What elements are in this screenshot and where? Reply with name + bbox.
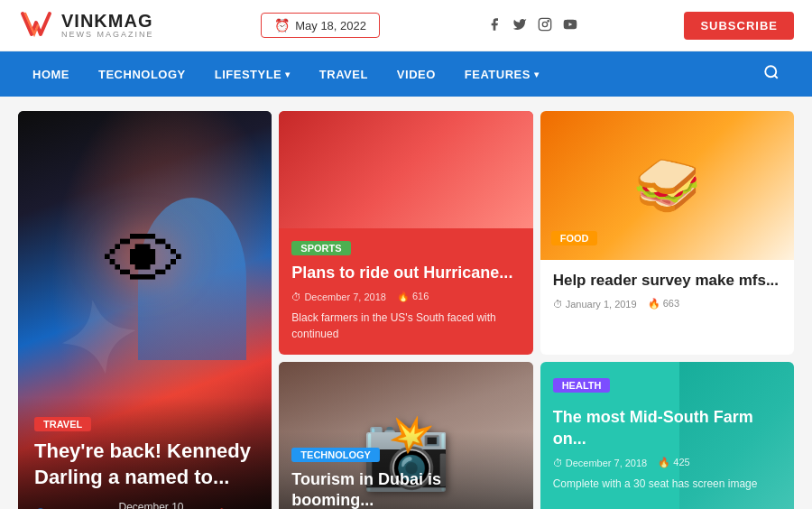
navbar: HOME TECHNOLOGY LIFESTYLE ▾ TRAVEL VIDEO… — [0, 51, 812, 97]
clock-icon-sports: ⏱ — [291, 292, 301, 302]
photo-title: Tourism in Dubai is booming... — [291, 469, 520, 509]
food-date: ⏱ January 1, 2019 — [553, 299, 637, 310]
health-card[interactable]: HEALTH The most Mid-South Farm on... ⏱ D… — [540, 362, 794, 509]
featured-meta: 👤 Vinkmag ⏱ December 10, 2018 🔥 1285 — [34, 501, 255, 509]
sports-card[interactable]: SPORTS Plans to ride out Hurricane... ⏱ … — [279, 111, 532, 355]
svg-point-2 — [548, 20, 549, 21]
featured-date: ⏱ December 10, 2018 — [105, 501, 202, 509]
svg-point-4 — [765, 66, 776, 77]
sports-card-image — [279, 111, 532, 228]
food-meta: ⏱ January 1, 2019 🔥 663 — [553, 298, 781, 310]
photo-card-overlay: TECHNOLOGY Tourism in Dubai is booming..… — [279, 431, 532, 509]
nav-travel[interactable]: TRAVEL — [305, 55, 383, 94]
chevron-down-icon: ▾ — [285, 69, 291, 79]
clock-icon-health: ⏱ — [553, 458, 563, 468]
instagram-icon[interactable] — [538, 17, 552, 34]
main-grid: ✦ 👁 TRAVEL They're back! Kennedy Darling… — [0, 97, 812, 509]
logo-subtitle: NEWS MAGAZINE — [61, 31, 154, 40]
fire-icon-health: 🔥 — [658, 457, 670, 467]
featured-title: They're back! Kennedy Darling a named to… — [34, 439, 255, 490]
social-icons — [487, 17, 577, 34]
clock-icon: ⏰ — [274, 18, 290, 32]
date-badge: ⏰ May 18, 2022 — [261, 13, 380, 38]
fire-icon-food: 🔥 — [648, 298, 660, 309]
sports-title: Plans to ride out Hurricane... — [291, 263, 520, 283]
nav-lifestyle[interactable]: LIFESTYLE ▾ — [200, 55, 305, 94]
health-tag: HEALTH — [553, 378, 611, 393]
featured-card[interactable]: ✦ 👁 TRAVEL They're back! Kennedy Darling… — [18, 111, 272, 509]
featured-tag: TRAVEL — [34, 417, 91, 431]
health-description: Complete with a 30 seat has screen image — [553, 476, 781, 492]
sports-meta: ⏱ December 7, 2018 🔥 616 — [291, 291, 520, 302]
photo-card[interactable]: 📸 TECHNOLOGY Tourism in Dubai is booming… — [279, 362, 532, 509]
health-title: The most Mid-South Farm on... — [553, 407, 781, 449]
site-header: VINKMAG NEWS MAGAZINE ⏰ May 18, 2022 SUB… — [0, 0, 812, 51]
sports-date: ⏱ December 7, 2018 — [291, 292, 386, 302]
food-views: 🔥 663 — [648, 298, 679, 310]
facebook-icon[interactable] — [487, 17, 502, 34]
sports-card-body: SPORTS Plans to ride out Hurricane... ⏱ … — [279, 228, 532, 355]
search-button[interactable] — [749, 51, 794, 97]
chevron-down-icon-2: ▾ — [534, 69, 540, 79]
food-card-image: 🥪 FOOD — [540, 111, 794, 260]
health-views: 🔥 425 — [658, 457, 689, 468]
logo-title: VINKMAG — [61, 11, 154, 31]
svg-point-1 — [542, 22, 547, 26]
twitter-icon[interactable] — [512, 17, 527, 34]
food-title: Help reader survey make mfs... — [553, 271, 781, 291]
subscribe-button[interactable]: SUBSCRIBE — [684, 12, 794, 40]
youtube-icon[interactable] — [563, 17, 577, 34]
svg-rect-0 — [539, 18, 550, 30]
food-card[interactable]: 🥪 FOOD Help reader survey make mfs... ⏱ … — [540, 111, 794, 355]
health-date: ⏱ December 7, 2018 — [553, 458, 648, 468]
fire-icon-sports: 🔥 — [397, 291, 410, 301]
date-text: May 18, 2022 — [295, 19, 366, 32]
svg-line-5 — [774, 75, 777, 78]
photo-tag: TECHNOLOGY — [291, 448, 380, 462]
sports-views: 🔥 616 — [397, 291, 429, 302]
nav-video[interactable]: VIDEO — [383, 55, 450, 94]
food-card-body: Help reader survey make mfs... ⏱ January… — [540, 260, 794, 355]
nav-technology[interactable]: TECHNOLOGY — [84, 55, 200, 94]
nav-features[interactable]: FEATURES ▾ — [450, 55, 554, 94]
sports-tag: SPORTS — [291, 241, 350, 255]
featured-overlay: TRAVEL They're back! Kennedy Darling a n… — [18, 397, 272, 509]
food-tag: FOOD — [551, 231, 598, 245]
health-meta: ⏱ December 7, 2018 🔥 425 — [553, 457, 781, 468]
clock-icon-food: ⏱ — [553, 299, 563, 310]
nav-home[interactable]: HOME — [18, 55, 84, 94]
sports-description: Black farmers in the US's South faced wi… — [291, 310, 520, 342]
logo-icon — [18, 9, 54, 42]
logo[interactable]: VINKMAG NEWS MAGAZINE — [18, 9, 154, 42]
